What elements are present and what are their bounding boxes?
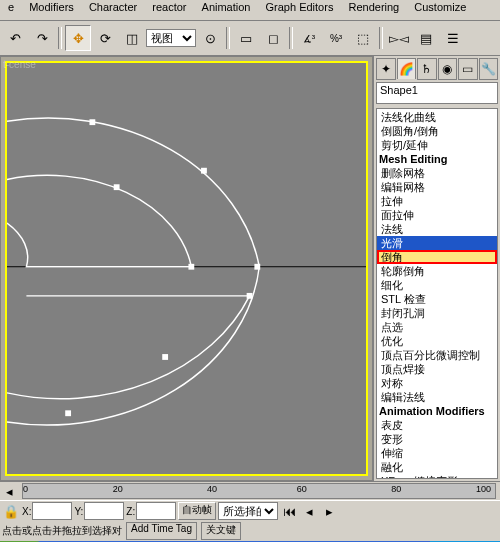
modifier-item[interactable]: 伸缩 <box>377 446 497 460</box>
menu-file[interactable]: e <box>2 1 20 13</box>
move-button[interactable]: ✥ <box>65 25 91 51</box>
svg-rect-6 <box>114 184 120 190</box>
modifier-item[interactable]: 法线 <box>377 222 497 236</box>
time-slider[interactable]: ◂ 0 20 40 60 80 100 <box>0 481 500 500</box>
modifier-item[interactable]: 变形 <box>377 432 497 446</box>
set-key-button[interactable]: 关文键 <box>201 522 241 540</box>
tab-hierarchy[interactable]: ♄ <box>417 58 437 80</box>
prompt-text: 点击或点击并拖拉到选择对 <box>2 524 122 538</box>
modifier-item[interactable]: 法线化曲线 <box>377 110 497 124</box>
timeline-prev-button[interactable]: ◂ <box>0 483 18 499</box>
status-bar-prompt: 点击或点击并拖拉到选择对 Add Time Tag 关文键 <box>0 521 500 541</box>
modifier-item[interactable]: 细化 <box>377 278 497 292</box>
snap-percent-button[interactable]: %³ <box>323 25 349 51</box>
scale-button[interactable]: ◫ <box>119 25 145 51</box>
command-panel-tabs: ✦ 🌈 ♄ ◉ ▭ 🔧 <box>374 56 500 80</box>
modifier-item[interactable]: 表皮 <box>377 418 497 432</box>
modifier-item[interactable]: 顶点百分比微调控制 <box>377 348 497 362</box>
y-label: Y: <box>74 506 83 517</box>
select-button[interactable]: ▭ <box>233 25 259 51</box>
play-start-button[interactable]: ⏮ <box>280 502 298 520</box>
watermark: t-cense <box>3 59 36 70</box>
modifier-item[interactable]: 编辑网格 <box>377 180 497 194</box>
viewport[interactable]: t-cense <box>0 56 373 481</box>
svg-rect-1 <box>89 119 95 125</box>
lock-button[interactable]: 🔒 <box>2 502 20 520</box>
tab-create[interactable]: ✦ <box>376 58 396 80</box>
snap-angle-button[interactable]: ∡³ <box>296 25 322 51</box>
x-label: X: <box>22 506 31 517</box>
modifier-group-header: Mesh Editing <box>377 152 497 166</box>
time-ruler[interactable]: 0 20 40 60 80 100 <box>22 483 496 499</box>
modifier-item[interactable]: 编辑法线 <box>377 390 497 404</box>
menu-animation[interactable]: Animation <box>196 1 257 13</box>
menu-reactor[interactable]: reactor <box>146 1 192 13</box>
rotate-button[interactable]: ⟳ <box>92 25 118 51</box>
modifier-item[interactable]: 顶点焊接 <box>377 362 497 376</box>
z-field[interactable] <box>136 502 176 520</box>
menu-character[interactable]: Character <box>83 1 143 13</box>
menu-graph-editors[interactable]: Graph Editors <box>260 1 340 13</box>
tab-utilities[interactable]: 🔧 <box>479 58 499 80</box>
modifier-item[interactable]: 面拉伸 <box>377 208 497 222</box>
modifier-item[interactable]: STL 检查 <box>377 292 497 306</box>
modifier-item[interactable]: 轮廓倒角 <box>377 264 497 278</box>
layer-button[interactable]: ☰ <box>440 25 466 51</box>
menu-bar: e Modifiers Character reactor Animation … <box>0 0 500 21</box>
snap-button[interactable]: ⬚ <box>350 25 376 51</box>
y-field[interactable] <box>84 502 124 520</box>
window-button[interactable]: ◻ <box>260 25 286 51</box>
object-name-field[interactable]: Shape1 <box>376 82 498 104</box>
auto-key-button[interactable]: 自动帧 <box>178 502 216 520</box>
modifier-item[interactable]: 光滑 <box>377 236 497 250</box>
tab-display[interactable]: ▭ <box>458 58 478 80</box>
modifier-item[interactable]: 拉伸 <box>377 194 497 208</box>
x-field[interactable] <box>32 502 72 520</box>
mirror-button[interactable]: ▻◅ <box>386 25 412 51</box>
modifier-item[interactable]: 剪切/延伸 <box>377 138 497 152</box>
main-toolbar: ↶ ↷ ✥ ⟳ ◫ 视图 ⊙ ▭ ◻ ∡³ %³ ⬚ ▻◅ ▤ ☰ <box>0 21 500 56</box>
modifier-item[interactable]: 融化 <box>377 460 497 474</box>
align-button[interactable]: ▤ <box>413 25 439 51</box>
svg-rect-2 <box>201 168 207 174</box>
tab-modify[interactable]: 🌈 <box>397 58 417 79</box>
svg-rect-5 <box>188 264 194 270</box>
center-button[interactable]: ⊙ <box>197 25 223 51</box>
modifier-group-header: Animation Modifiers <box>377 404 497 418</box>
modifier-item[interactable]: 封闭孔洞 <box>377 306 497 320</box>
modifier-item[interactable]: XForm链接变形 <box>377 474 497 479</box>
modifier-list[interactable]: 法线化曲线倒圆角/倒角剪切/延伸Mesh Editing删除网格编辑网格拉伸面拉… <box>376 108 498 479</box>
undo-button[interactable]: ↶ <box>2 25 28 51</box>
command-panel: ✦ 🌈 ♄ ◉ ▭ 🔧 Shape1 法线化曲线倒圆角/倒角剪切/延伸Mesh … <box>373 56 500 481</box>
menu-rendering[interactable]: Rendering <box>342 1 405 13</box>
redo-button[interactable]: ↷ <box>29 25 55 51</box>
modifier-item[interactable]: 优化 <box>377 334 497 348</box>
z-label: Z: <box>126 506 135 517</box>
menu-customize[interactable]: Customize <box>408 1 472 13</box>
svg-rect-3 <box>254 264 260 270</box>
tab-motion[interactable]: ◉ <box>438 58 458 80</box>
play-button[interactable]: ▸ <box>320 502 338 520</box>
key-filter-combo[interactable]: 所选择的 <box>218 502 278 520</box>
modifier-item[interactable]: 点选 <box>377 320 497 334</box>
status-bar-coords: 🔒 X: Y: Z: 自动帧 所选择的 ⏮ ◂ ▸ <box>0 500 500 521</box>
modifier-item[interactable]: 对称 <box>377 376 497 390</box>
svg-rect-4 <box>247 293 253 299</box>
modifier-item[interactable]: 倒圆角/倒角 <box>377 124 497 138</box>
modifier-item[interactable]: 倒角 <box>377 250 497 264</box>
shape-ie-logo[interactable] <box>7 63 366 471</box>
add-time-tag-button[interactable]: Add Time Tag <box>126 522 197 540</box>
svg-rect-8 <box>65 410 71 416</box>
play-prev-button[interactable]: ◂ <box>300 502 318 520</box>
menu-modifiers[interactable]: Modifiers <box>23 1 80 13</box>
modifier-item[interactable]: 删除网格 <box>377 166 497 180</box>
svg-rect-7 <box>162 354 168 360</box>
ref-coord-combo[interactable]: 视图 <box>146 29 196 47</box>
